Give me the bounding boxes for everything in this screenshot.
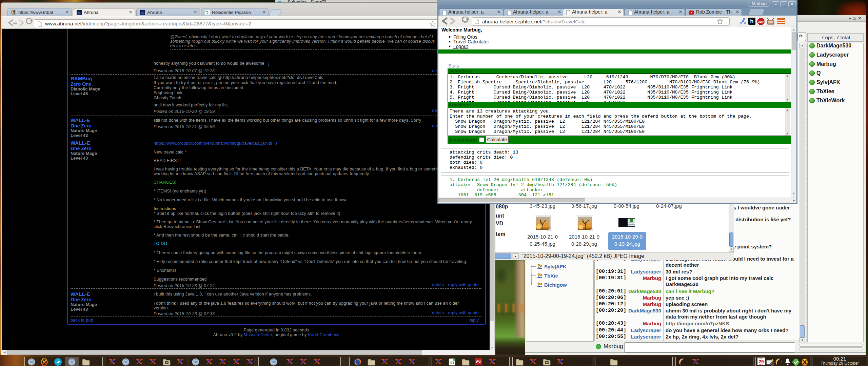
svg-text:ABP: ABP [758, 20, 764, 23]
svg-text:1: 1 [771, 363, 773, 366]
